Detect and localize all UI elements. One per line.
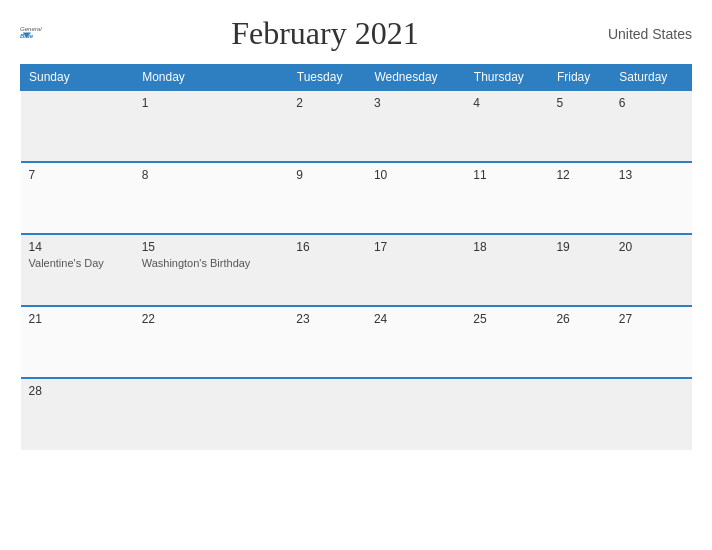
day-number: 27 bbox=[619, 312, 684, 326]
day-number: 11 bbox=[473, 168, 540, 182]
day-number: 8 bbox=[142, 168, 281, 182]
calendar-week-row: 14Valentine's Day15Washington's Birthday… bbox=[21, 234, 692, 306]
calendar-cell bbox=[134, 378, 289, 450]
day-number: 1 bbox=[142, 96, 281, 110]
header-saturday: Saturday bbox=[611, 65, 692, 91]
day-number: 2 bbox=[296, 96, 358, 110]
calendar-cell: 25 bbox=[465, 306, 548, 378]
header-monday: Monday bbox=[134, 65, 289, 91]
day-number: 23 bbox=[296, 312, 358, 326]
day-number: 28 bbox=[29, 384, 126, 398]
calendar-cell: 1 bbox=[134, 90, 289, 162]
calendar-cell: 28 bbox=[21, 378, 134, 450]
header-sunday: Sunday bbox=[21, 65, 134, 91]
calendar-header: General Blue February 2021 United States bbox=[20, 15, 692, 52]
calendar-cell: 2 bbox=[288, 90, 366, 162]
calendar-cell: 14Valentine's Day bbox=[21, 234, 134, 306]
calendar-cell: 9 bbox=[288, 162, 366, 234]
calendar-cell: 7 bbox=[21, 162, 134, 234]
calendar-cell bbox=[366, 378, 465, 450]
calendar-cell bbox=[21, 90, 134, 162]
header-thursday: Thursday bbox=[465, 65, 548, 91]
calendar-cell bbox=[288, 378, 366, 450]
calendar-cell: 6 bbox=[611, 90, 692, 162]
svg-text:General: General bbox=[20, 25, 42, 31]
day-number: 9 bbox=[296, 168, 358, 182]
calendar-week-row: 21222324252627 bbox=[21, 306, 692, 378]
calendar-cell: 21 bbox=[21, 306, 134, 378]
day-number: 21 bbox=[29, 312, 126, 326]
svg-text:Blue: Blue bbox=[20, 33, 34, 39]
calendar-cell: 16 bbox=[288, 234, 366, 306]
calendar-cell: 22 bbox=[134, 306, 289, 378]
logo: General Blue bbox=[20, 21, 42, 47]
day-number: 15 bbox=[142, 240, 281, 254]
day-number: 14 bbox=[29, 240, 126, 254]
day-number: 4 bbox=[473, 96, 540, 110]
calendar-container: General Blue February 2021 United States… bbox=[0, 0, 712, 550]
header-wednesday: Wednesday bbox=[366, 65, 465, 91]
calendar-cell: 10 bbox=[366, 162, 465, 234]
day-number: 20 bbox=[619, 240, 684, 254]
day-number: 19 bbox=[556, 240, 602, 254]
calendar-cell: 5 bbox=[548, 90, 610, 162]
calendar-cell: 24 bbox=[366, 306, 465, 378]
day-number: 5 bbox=[556, 96, 602, 110]
calendar-cell bbox=[465, 378, 548, 450]
event-text: Washington's Birthday bbox=[142, 257, 281, 269]
header-friday: Friday bbox=[548, 65, 610, 91]
calendar-cell: 4 bbox=[465, 90, 548, 162]
day-number: 10 bbox=[374, 168, 457, 182]
day-number: 16 bbox=[296, 240, 358, 254]
calendar-cell: 26 bbox=[548, 306, 610, 378]
calendar-cell: 3 bbox=[366, 90, 465, 162]
day-number: 25 bbox=[473, 312, 540, 326]
calendar-cell: 11 bbox=[465, 162, 548, 234]
calendar-cell bbox=[548, 378, 610, 450]
calendar-cell: 12 bbox=[548, 162, 610, 234]
day-number: 24 bbox=[374, 312, 457, 326]
day-number: 18 bbox=[473, 240, 540, 254]
logo-general: General Blue bbox=[20, 21, 42, 47]
day-number: 6 bbox=[619, 96, 684, 110]
calendar-cell: 19 bbox=[548, 234, 610, 306]
calendar-week-row: 123456 bbox=[21, 90, 692, 162]
calendar-table: Sunday Monday Tuesday Wednesday Thursday… bbox=[20, 64, 692, 450]
calendar-cell: 15Washington's Birthday bbox=[134, 234, 289, 306]
header-tuesday: Tuesday bbox=[288, 65, 366, 91]
weekday-header-row: Sunday Monday Tuesday Wednesday Thursday… bbox=[21, 65, 692, 91]
day-number: 17 bbox=[374, 240, 457, 254]
calendar-cell: 8 bbox=[134, 162, 289, 234]
calendar-cell: 23 bbox=[288, 306, 366, 378]
calendar-cell: 18 bbox=[465, 234, 548, 306]
day-number: 22 bbox=[142, 312, 281, 326]
calendar-cell: 27 bbox=[611, 306, 692, 378]
day-number: 26 bbox=[556, 312, 602, 326]
day-number: 12 bbox=[556, 168, 602, 182]
day-number: 3 bbox=[374, 96, 457, 110]
calendar-week-row: 78910111213 bbox=[21, 162, 692, 234]
country-label: United States bbox=[608, 26, 692, 42]
calendar-title: February 2021 bbox=[231, 15, 419, 52]
event-text: Valentine's Day bbox=[29, 257, 126, 269]
day-number: 7 bbox=[29, 168, 126, 182]
calendar-cell bbox=[611, 378, 692, 450]
calendar-cell: 13 bbox=[611, 162, 692, 234]
day-number: 13 bbox=[619, 168, 684, 182]
calendar-week-row: 28 bbox=[21, 378, 692, 450]
calendar-cell: 20 bbox=[611, 234, 692, 306]
calendar-cell: 17 bbox=[366, 234, 465, 306]
